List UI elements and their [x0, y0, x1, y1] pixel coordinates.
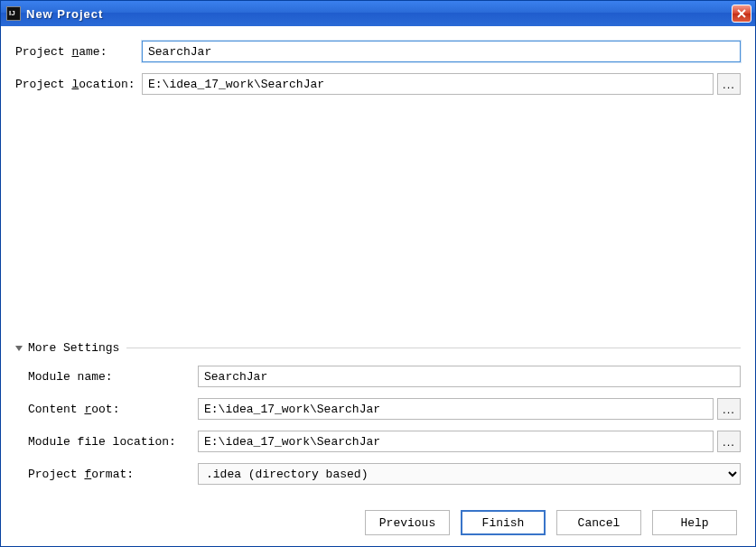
project-format-select[interactable]: .idea (directory based)	[198, 463, 741, 485]
finish-button[interactable]: Finish	[461, 510, 546, 535]
project-name-row: Project name:	[15, 41, 741, 62]
module-name-input[interactable]	[198, 366, 741, 387]
previous-button[interactable]: Previous	[365, 510, 450, 535]
project-location-label: Project location:	[15, 78, 142, 91]
project-name-label: Project name:	[15, 45, 142, 59]
more-settings-header: More Settings	[15, 341, 741, 355]
module-name-row: Module name:	[28, 366, 741, 387]
project-location-browse-button[interactable]: ...	[717, 73, 741, 95]
window-title: New Project	[26, 7, 732, 21]
content-root-browse-button[interactable]: ...	[717, 398, 741, 420]
cancel-button[interactable]: Cancel	[556, 510, 641, 535]
project-name-input[interactable]	[142, 41, 741, 62]
project-location-row: Project location: ...	[15, 73, 741, 95]
more-settings-body: Module name: Content root: ... Module fi…	[15, 366, 741, 496]
module-name-label: Module name:	[28, 370, 198, 384]
module-file-location-row: Module file location: ...	[28, 431, 741, 452]
app-icon	[6, 6, 21, 21]
help-button[interactable]: Help	[652, 510, 737, 535]
project-format-label: Project format:	[28, 468, 198, 481]
module-file-location-browse-button[interactable]: ...	[717, 431, 741, 452]
module-file-location-label: Module file location:	[28, 435, 198, 449]
separator	[126, 348, 741, 348]
content-root-input[interactable]	[198, 398, 714, 420]
content-root-row: Content root: ...	[28, 398, 741, 420]
dialog-body: Project name: Project location: ... More…	[1, 26, 755, 546]
close-icon[interactable]	[732, 5, 751, 23]
more-settings-label: More Settings	[28, 341, 119, 355]
new-project-dialog: New Project Project name: Project locati…	[0, 0, 756, 547]
dialog-buttons: Previous Finish Cancel Help	[15, 510, 741, 535]
titlebar: New Project	[1, 1, 755, 26]
project-format-row: Project format: .idea (directory based)	[28, 463, 741, 485]
project-location-input[interactable]	[142, 73, 714, 95]
module-file-location-input[interactable]	[198, 431, 714, 452]
disclosure-triangle-icon[interactable]	[15, 346, 23, 351]
content-root-label: Content root:	[28, 403, 198, 416]
spacer	[15, 106, 741, 341]
